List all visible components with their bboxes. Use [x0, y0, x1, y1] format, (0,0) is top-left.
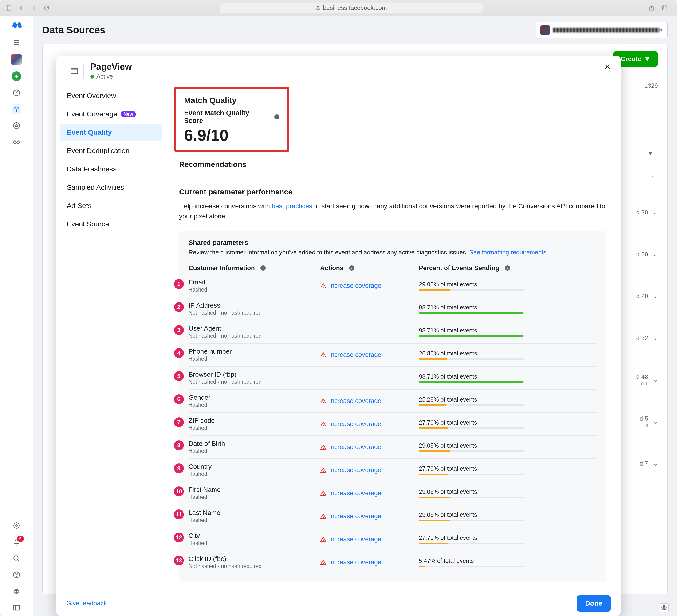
percent-label: 5.47% of total events — [419, 558, 597, 564]
tab-event-quality[interactable]: Event Quality — [60, 124, 162, 141]
meta-logo-icon[interactable] — [11, 20, 22, 31]
increase-coverage-link[interactable]: Increase coverage — [329, 443, 381, 451]
gauge-icon[interactable] — [11, 88, 21, 98]
recommendations-heading: Recommendations — [179, 160, 606, 169]
svg-point-39 — [323, 448, 323, 449]
percent-bar — [419, 520, 525, 521]
percent-label: 27.79% of total events — [419, 534, 597, 541]
tab-event-dedup[interactable]: Event Deduplication — [60, 142, 162, 160]
give-feedback-link[interactable]: Give feedback — [66, 600, 107, 607]
increase-coverage-link[interactable]: Increase coverage — [329, 421, 381, 428]
param-hash-status: Hashed — [188, 540, 320, 546]
increase-coverage-link[interactable]: Increase coverage — [329, 351, 381, 359]
chevron-down-icon: ⌄ — [653, 251, 658, 258]
formatting-requirements-link[interactable]: See formatting requirements — [469, 249, 546, 256]
chevron-down-icon: ⌄ — [653, 376, 658, 384]
bell-icon[interactable]: 9 — [11, 537, 21, 547]
increase-coverage-link[interactable]: Increase coverage — [329, 536, 381, 543]
param-hash-status: Hashed — [188, 287, 320, 293]
warning-icon — [320, 536, 326, 542]
th-customer-info: Customer Information — [188, 265, 255, 272]
row-number-badge: 13 — [174, 556, 184, 566]
bug-icon[interactable] — [11, 586, 21, 596]
done-button[interactable]: Done — [577, 595, 611, 612]
table-row: 8Date of BirthHashedIncrease coverage29.… — [188, 435, 597, 458]
th-percent: Percent of Events Sending — [419, 265, 499, 272]
percent-label: 98.71% of total events — [419, 327, 597, 334]
chevron-down-icon: ⌄ — [653, 418, 658, 425]
svg-rect-0 — [6, 6, 11, 10]
increase-coverage-link[interactable]: Increase coverage — [329, 559, 381, 566]
table-row: 3User AgentNot hashed - no hash required… — [188, 320, 597, 343]
row-number-badge: 2 — [174, 302, 184, 312]
account-avatar[interactable] — [11, 54, 22, 65]
percent-bar — [419, 566, 525, 567]
row-number-badge: 5 — [174, 371, 184, 381]
chevron-down-icon: ⌄ — [653, 334, 658, 342]
param-hash-status: Not hashed - no hash required — [188, 333, 320, 339]
collapse-icon[interactable] — [11, 603, 21, 613]
tab-ad-sets[interactable]: Ad Sets — [60, 197, 162, 214]
tab-event-overview[interactable]: Event Overview — [60, 87, 162, 104]
chevron-down-icon: ⌄ — [653, 460, 658, 467]
table-row: 9CountryHashedIncrease coverage27.79% of… — [188, 458, 597, 482]
data-sources-icon[interactable] — [11, 104, 21, 114]
status-label: Active — [96, 73, 113, 80]
table-row: 2IP AddressNot hashed - no hash required… — [188, 297, 597, 320]
reload-icon[interactable] — [42, 4, 51, 12]
percent-bar — [419, 312, 525, 314]
best-practices-link[interactable]: best practices — [272, 203, 312, 210]
percent-label: 98.71% of total events — [419, 304, 597, 311]
param-hash-status: Hashed — [188, 517, 320, 523]
chevron-down-icon: ⌄ — [653, 293, 658, 300]
info-icon[interactable]: i — [505, 265, 510, 271]
add-button[interactable] — [11, 72, 21, 81]
tab-sampled-activities[interactable]: Sampled Activities — [60, 179, 162, 196]
increase-coverage-link[interactable]: Increase coverage — [329, 513, 381, 520]
percent-bar — [419, 358, 525, 360]
info-icon[interactable]: i — [274, 114, 279, 120]
row-number-badge: 12 — [174, 533, 184, 542]
info-icon[interactable]: i — [261, 265, 266, 271]
param-name: First Name — [188, 486, 320, 493]
increase-coverage-link[interactable]: Increase coverage — [329, 282, 381, 290]
tab-event-coverage[interactable]: Event CoverageNew — [60, 105, 162, 123]
tab-data-freshness[interactable]: Data Freshness — [60, 160, 162, 178]
sidebar-toggle-icon[interactable] — [4, 4, 13, 12]
match-quality-callout: Match Quality Event Match Quality Score … — [174, 87, 289, 151]
back-icon[interactable] — [17, 4, 26, 12]
panel-title: Shared parameters — [188, 239, 597, 247]
integrations-icon[interactable] — [11, 137, 21, 147]
account-selector[interactable]: ▼ — [536, 22, 668, 38]
search-icon[interactable] — [11, 554, 21, 563]
param-name: Last Name — [188, 509, 320, 517]
gear-icon[interactable] — [11, 521, 21, 530]
chevron-down-icon: ▼ — [644, 55, 650, 63]
warning-icon — [320, 467, 326, 473]
row-number-badge: 10 — [174, 486, 184, 496]
warning-icon — [320, 398, 326, 404]
increase-coverage-link[interactable]: Increase coverage — [329, 489, 381, 497]
lock-icon — [315, 5, 321, 10]
increase-coverage-link[interactable]: Increase coverage — [329, 467, 381, 474]
star-circle-icon[interactable] — [11, 121, 21, 131]
info-icon[interactable]: i — [349, 265, 354, 271]
globe-icon[interactable] — [660, 603, 669, 612]
close-icon[interactable] — [602, 61, 613, 72]
param-name: Browser ID (fbp) — [188, 371, 320, 378]
chevron-down-icon: ▼ — [647, 149, 653, 157]
table-row: 6GenderHashedIncrease coverage25.28% of … — [188, 389, 597, 412]
help-icon[interactable] — [11, 570, 21, 580]
svg-point-33 — [323, 356, 323, 356]
percent-label: 26.86% of total events — [419, 350, 597, 357]
address-bar[interactable]: business.facebook.com — [220, 3, 483, 13]
param-hash-status: Hashed — [188, 448, 320, 454]
hamburger-icon[interactable] — [11, 38, 21, 47]
increase-coverage-link[interactable]: Increase coverage — [329, 397, 381, 405]
percent-bar — [419, 450, 525, 452]
warning-icon — [320, 352, 326, 358]
status-dot — [90, 75, 94, 79]
tabs-icon[interactable] — [660, 4, 669, 12]
tab-event-source[interactable]: Event Source — [60, 215, 162, 233]
share-icon[interactable] — [647, 4, 656, 12]
